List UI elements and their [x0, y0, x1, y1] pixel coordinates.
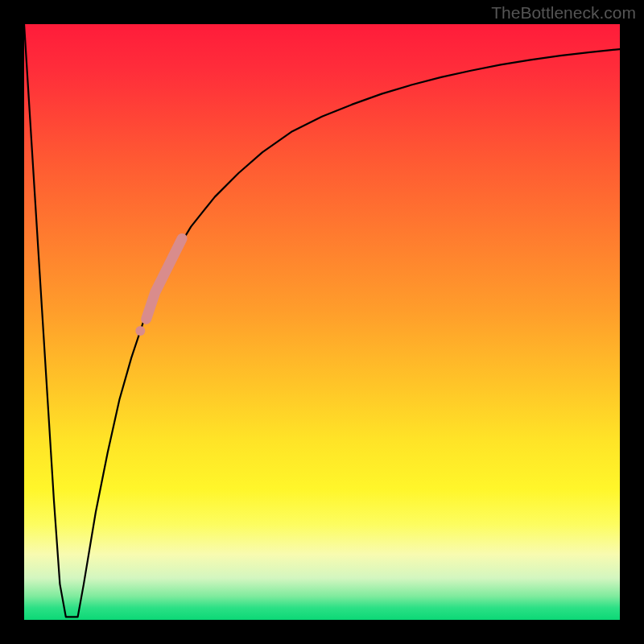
- highlight-dot-icon: [135, 326, 145, 336]
- main-curve: [24, 24, 620, 617]
- chart-container: TheBottleneck.com: [0, 0, 644, 644]
- watermark-text: TheBottleneck.com: [491, 3, 636, 23]
- curve-svg: [24, 24, 620, 620]
- plot-area: [24, 24, 620, 620]
- highlight-band: [147, 238, 182, 319]
